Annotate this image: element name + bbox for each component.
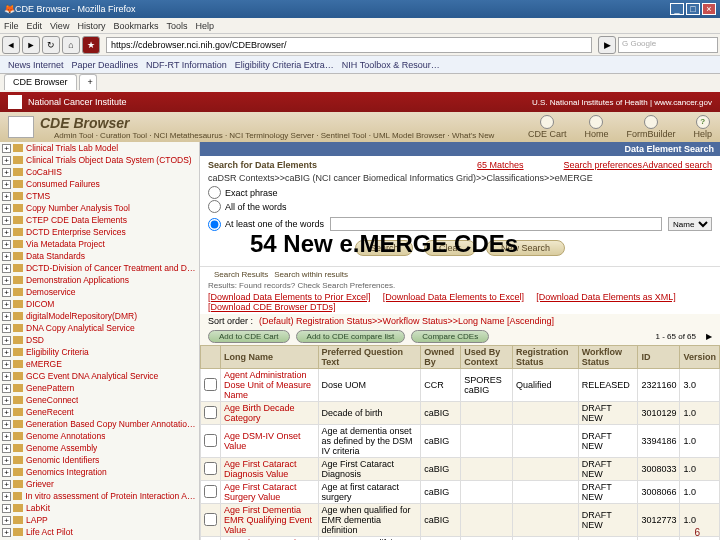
column-header[interactable] (201, 346, 221, 369)
sidebar-item[interactable]: +DICOM (0, 298, 199, 310)
minimize-button[interactable]: _ (670, 3, 684, 15)
help-link[interactable]: ?Help (693, 115, 712, 139)
sidebar-item[interactable]: +GeneConnect (0, 394, 199, 406)
expand-icon[interactable]: + (2, 408, 11, 417)
sidebar-item[interactable]: +DCTD Enterprise Services (0, 226, 199, 238)
sidebar-item[interactable]: +DNA Copy Analytical Service (0, 322, 199, 334)
sidebar-item[interactable]: +Demoservice (0, 286, 199, 298)
expand-icon[interactable]: + (2, 444, 11, 453)
expand-icon[interactable]: + (2, 288, 11, 297)
radio-one[interactable] (208, 218, 221, 231)
download-excel[interactable]: [Download Data Elements to Excel] (383, 292, 524, 302)
tab-cde-browser[interactable]: CDE Browser (4, 74, 77, 90)
bookmark-link[interactable]: Paper Deadlines (72, 56, 139, 73)
expand-icon[interactable]: + (2, 456, 11, 465)
home-link[interactable]: Home (584, 115, 608, 139)
menu-bookmarks[interactable]: Bookmarks (113, 18, 158, 33)
expand-icon[interactable]: + (2, 312, 11, 321)
add-compare-button[interactable]: Add to CDE compare list (296, 330, 406, 343)
menu-edit[interactable]: Edit (27, 18, 43, 33)
sidebar-item[interactable]: +eMERGE (0, 358, 199, 370)
expand-icon[interactable]: + (2, 300, 11, 309)
sidebar-item[interactable]: +Genome Annotations (0, 430, 199, 442)
sidebar-item[interactable]: +Copy Number Analysis Tool (0, 202, 199, 214)
row-checkbox[interactable] (204, 434, 217, 447)
menu-view[interactable]: View (50, 18, 69, 33)
radio-all[interactable] (208, 200, 221, 213)
menu-help[interactable]: Help (195, 18, 214, 33)
search-input[interactable]: G Google (618, 37, 718, 53)
expand-icon[interactable]: + (2, 372, 11, 381)
column-header[interactable]: ID (638, 346, 680, 369)
expand-icon[interactable]: + (2, 348, 11, 357)
expand-icon[interactable]: + (2, 156, 11, 165)
sidebar-item[interactable]: +Via Metadata Project (0, 238, 199, 250)
expand-icon[interactable]: + (2, 276, 11, 285)
sidebar-item[interactable]: +GeneRecent (0, 406, 199, 418)
expand-icon[interactable]: + (2, 360, 11, 369)
sidebar-item[interactable]: +Genomic Identifiers (0, 454, 199, 466)
sidebar-item[interactable]: +Life Act Pilot (0, 526, 199, 538)
expand-icon[interactable]: + (2, 204, 11, 213)
row-checkbox[interactable] (204, 378, 217, 391)
row-checkbox[interactable] (204, 485, 217, 498)
sidebar-item[interactable]: +DSD (0, 334, 199, 346)
search-term-input[interactable] (330, 217, 662, 231)
cell[interactable]: Age Birth Decade Category (221, 402, 319, 425)
cell[interactable]: Age First Cataract Diagnosis Value (221, 458, 319, 481)
sidebar-item[interactable]: +LabKit (0, 502, 199, 514)
sidebar-item[interactable]: +CoCaHIS (0, 166, 199, 178)
close-button[interactable]: × (702, 3, 716, 15)
row-checkbox[interactable] (204, 513, 217, 526)
row-checkbox[interactable] (204, 462, 217, 475)
expand-icon[interactable]: + (2, 336, 11, 345)
expand-icon[interactable]: + (2, 252, 11, 261)
expand-icon[interactable]: + (2, 192, 11, 201)
column-header[interactable]: Owned By (421, 346, 461, 369)
forward-button[interactable]: ► (22, 36, 40, 54)
cell[interactable]: Agent Administration Dose Unit of Measur… (221, 369, 319, 402)
sidebar-item[interactable]: +Eligibility Criteria (0, 346, 199, 358)
prefs-link[interactable]: Search preferences (564, 160, 643, 170)
context-tree-sidebar[interactable]: +Clinical Trials Lab Model+Clinical Tria… (0, 142, 200, 540)
menu-history[interactable]: History (77, 18, 105, 33)
sidebar-item[interactable]: +Generation Based Copy Number Annotation… (0, 418, 199, 430)
sidebar-item[interactable]: +Genome Assembly (0, 442, 199, 454)
expand-icon[interactable]: + (2, 480, 11, 489)
column-header[interactable]: Long Name (221, 346, 319, 369)
cell[interactable]: Age First Dementia ICD Level Value (221, 537, 319, 541)
advanced-link[interactable]: Advanced search (642, 160, 712, 170)
sidebar-item[interactable]: +Consumed Failures (0, 178, 199, 190)
url-input[interactable]: https://cdebrowser.nci.nih.gov/CDEBrowse… (106, 37, 592, 53)
bookmark-link[interactable]: NDF-RT Information (146, 56, 227, 73)
expand-icon[interactable]: + (2, 492, 11, 501)
expand-icon[interactable]: + (2, 180, 11, 189)
menu-file[interactable]: File (4, 18, 19, 33)
matches-link[interactable]: 65 Matches (477, 160, 524, 170)
add-cart-button[interactable]: Add to CDE Cart (208, 330, 290, 343)
sidebar-item[interactable]: +digitalModelRepository(DMR) (0, 310, 199, 322)
sidebar-item[interactable]: +In vitro assessment of Protein Interact… (0, 490, 199, 502)
sidebar-item[interactable]: +GenePattern (0, 382, 199, 394)
sidebar-item[interactable]: +CTMS (0, 190, 199, 202)
sidebar-item[interactable]: +DCTD-Division of Cancer Treatment and D… (0, 262, 199, 274)
reload-button[interactable]: ↻ (42, 36, 60, 54)
sublinks[interactable]: Admin Tool · Curation Tool · NCI Metathe… (54, 131, 494, 140)
search-field-select[interactable]: Name (668, 217, 712, 231)
column-header[interactable]: Preferred Question Text (318, 346, 421, 369)
column-header[interactable]: Workflow Status (578, 346, 638, 369)
expand-icon[interactable]: + (2, 384, 11, 393)
cell[interactable]: Age DSM-IV Onset Value (221, 425, 319, 458)
cell[interactable]: Age First Cataract Surgery Value (221, 481, 319, 504)
sidebar-item[interactable]: +Clinical Trials Lab Model (0, 142, 199, 154)
sidebar-item[interactable]: +Griever (0, 478, 199, 490)
back-button[interactable]: ◄ (2, 36, 20, 54)
sidebar-item[interactable]: +Data Standards (0, 250, 199, 262)
maximize-button[interactable]: □ (686, 3, 700, 15)
sidebar-item[interactable]: +GCG Event DNA Analytical Service (0, 370, 199, 382)
cell[interactable]: Age First Dementia EMR Qualifying Event … (221, 504, 319, 537)
home-button[interactable]: ⌂ (62, 36, 80, 54)
compare-button[interactable]: Compare CDEs (411, 330, 489, 343)
expand-icon[interactable]: + (2, 240, 11, 249)
expand-icon[interactable]: + (2, 516, 11, 525)
